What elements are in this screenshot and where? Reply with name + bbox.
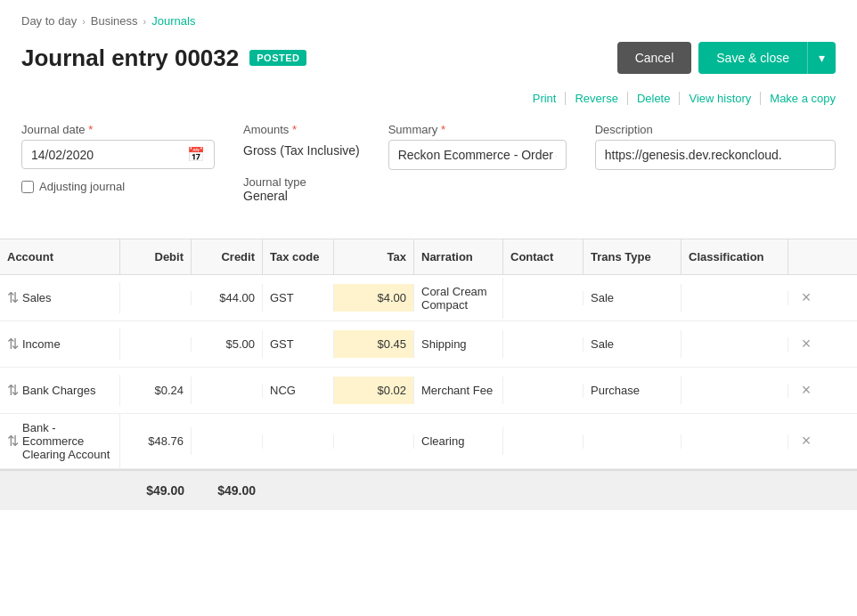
narration-4: Clearing [414, 427, 503, 455]
save-group: Save & close ▾ [698, 42, 836, 74]
reverse-link[interactable]: Reverse [566, 92, 627, 105]
journal-date-input[interactable] [31, 148, 187, 162]
sort-icon-4[interactable]: ⇅ [7, 433, 19, 450]
narration-3: Merchant Fee [414, 377, 503, 404]
remove-row-4-button[interactable]: × [798, 428, 815, 454]
account-name-2: Income [22, 337, 61, 351]
status-badge: POSTED [249, 50, 306, 66]
tax-2: $0.45 [334, 330, 414, 358]
adjusting-journal-row: Adjusting journal [21, 180, 215, 193]
description-group: Description [595, 123, 836, 170]
debit-2 [120, 337, 192, 352]
debit-1 [120, 291, 192, 305]
contact-2 [503, 337, 584, 352]
header-actions: Cancel Save & close ▾ [617, 42, 836, 74]
col-tax: Tax [334, 239, 414, 274]
breadcrumb-business[interactable]: Business [91, 14, 138, 28]
contact-3 [503, 384, 584, 398]
print-link[interactable]: Print [533, 92, 567, 105]
account-name-1: Sales [22, 291, 52, 304]
journal-type-label: Journal type [243, 175, 360, 189]
delete-link[interactable]: Delete [628, 92, 681, 105]
make-a-copy-link[interactable]: Make a copy [761, 92, 836, 105]
col-action [788, 239, 824, 274]
breadcrumb-sep-2: › [143, 16, 147, 27]
description-input[interactable] [595, 140, 836, 170]
remove-row-1-button[interactable]: × [798, 285, 815, 311]
account-name-4: Bank - Ecommerce Clearing Account [22, 421, 112, 461]
calendar-icon[interactable]: 📅 [187, 146, 205, 163]
narration-1: Coral Cream Compact [414, 278, 503, 319]
footer-tax-code [263, 471, 334, 510]
description-label: Description [595, 123, 836, 136]
breadcrumb: Day to day › Business › Journals [0, 0, 857, 35]
action-links: Print Reverse Delete View history Make a… [0, 88, 857, 116]
table-header: Account Debit Credit Tax code Tax Narrat… [0, 239, 857, 275]
action-2: × [788, 324, 824, 364]
debit-4: $48.76 [120, 427, 192, 455]
trans-type-3: Purchase [584, 377, 682, 404]
contact-1 [503, 291, 584, 305]
tax-code-2: GST [263, 330, 334, 358]
cancel-button[interactable]: Cancel [617, 42, 692, 74]
account-cell-2: ⇅ Income [0, 328, 120, 360]
contact-4 [503, 434, 584, 449]
credit-3 [192, 384, 263, 398]
classification-3 [682, 384, 788, 398]
summary-label: Summary * [388, 123, 567, 136]
footer-credit-total: $49.00 [192, 471, 263, 510]
tax-code-3: NCG [263, 377, 334, 404]
account-cell-3: ⇅ Bank Charges [0, 375, 120, 406]
table-row: ⇅ Bank Charges $0.24 NCG $0.02 Merchant … [0, 368, 857, 414]
footer-classification [682, 471, 788, 510]
action-4: × [788, 421, 824, 461]
view-history-link[interactable]: View history [680, 92, 761, 105]
trans-type-2: Sale [584, 330, 682, 358]
classification-2 [682, 337, 788, 352]
save-close-button[interactable]: Save & close [698, 42, 807, 74]
summary-group: Summary * [388, 123, 567, 170]
save-dropdown-button[interactable]: ▾ [807, 42, 836, 74]
tax-code-1: GST [263, 284, 334, 312]
col-classification: Classification [682, 239, 788, 274]
breadcrumb-day-to-day[interactable]: Day to day [21, 14, 77, 28]
footer-narration [414, 471, 503, 510]
sort-icon-1[interactable]: ⇅ [7, 289, 19, 306]
action-3: × [788, 370, 824, 410]
journal-type-section: Journal type General [243, 175, 360, 203]
remove-row-2-button[interactable]: × [798, 331, 815, 357]
footer-contact [503, 471, 584, 510]
action-1: × [788, 278, 824, 318]
summary-input[interactable] [388, 140, 567, 170]
remove-row-3-button[interactable]: × [798, 377, 815, 403]
table-row: ⇅ Bank - Ecommerce Clearing Account $48.… [0, 414, 857, 469]
col-tax-code: Tax code [263, 239, 334, 274]
amounts-value: Gross (Tax Inclusive) [243, 143, 360, 158]
footer-trans-type [584, 471, 682, 510]
account-cell-1: ⇅ Sales [0, 282, 120, 313]
col-trans-type: Trans Type [584, 239, 682, 274]
sort-icon-3[interactable]: ⇅ [7, 382, 19, 399]
footer-tax [334, 471, 414, 510]
tax-code-4 [263, 434, 334, 449]
sort-icon-2[interactable]: ⇅ [7, 336, 19, 353]
title-area: Journal entry 00032 POSTED [21, 45, 306, 72]
tax-1: $4.00 [334, 284, 414, 312]
col-credit: Credit [192, 239, 263, 274]
credit-1: $44.00 [192, 284, 263, 312]
breadcrumb-journals: Journals [151, 14, 195, 28]
table-row: ⇅ Sales $44.00 GST $4.00 Coral Cream Com… [0, 275, 857, 321]
narration-2: Shipping [414, 330, 503, 358]
adjusting-journal-label: Adjusting journal [39, 180, 125, 193]
page-header: Journal entry 00032 POSTED Cancel Save &… [0, 35, 857, 88]
col-narration: Narration [414, 239, 503, 274]
col-contact: Contact [503, 239, 584, 274]
debit-3: $0.24 [120, 377, 192, 404]
tax-4 [334, 434, 414, 449]
amounts-label: Amounts * [243, 123, 360, 136]
classification-1 [682, 291, 788, 305]
classification-4 [682, 434, 788, 449]
adjusting-journal-checkbox[interactable] [21, 181, 34, 193]
journal-type-value: General [243, 189, 360, 203]
credit-4 [192, 434, 263, 449]
